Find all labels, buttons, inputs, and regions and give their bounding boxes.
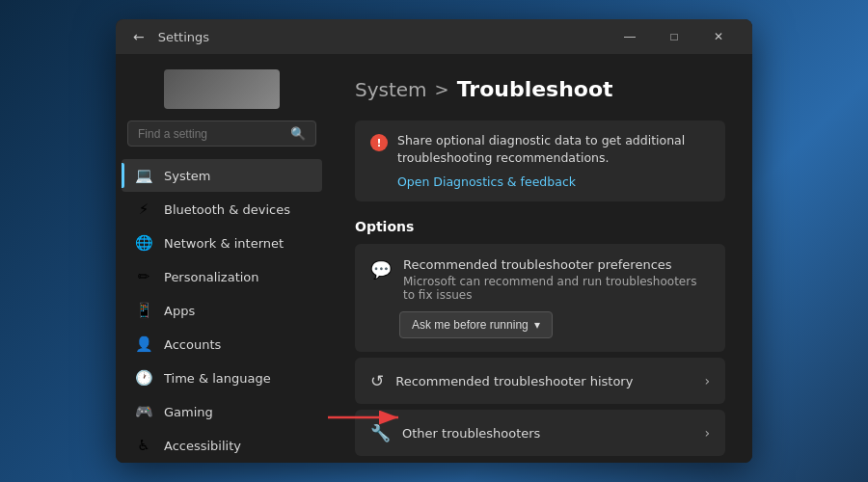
sidebar-item-gaming[interactable]: 🎮 Gaming [122,395,322,428]
sidebar-item-personalization[interactable]: ✏️ Personalization [122,260,322,293]
gaming-icon: 🎮 [135,403,152,420]
back-button[interactable]: ← [127,27,150,46]
list-item-history[interactable]: ↺ Recommended troubleshooter history › [355,358,725,404]
breadcrumb-current: Troubleshoot [457,77,613,101]
search-input[interactable] [138,127,283,141]
settings-window: ← Settings — □ ✕ 🔍 💻 System ⚡ Bluetooth … [116,19,752,463]
breadcrumb-separator: > [435,79,449,99]
sidebar-label-apps: Apps [164,304,195,318]
search-box[interactable]: 🔍 [127,120,316,147]
sidebar-item-network[interactable]: 🌐 Network & internet [122,227,322,259]
sidebar-item-apps[interactable]: 📱 Apps [122,294,322,327]
close-button[interactable]: ✕ [696,19,741,54]
options-heading: Options [355,219,725,234]
other-icon: 🔧 [370,423,391,442]
personalization-icon: ✏️ [135,268,152,285]
chevron-down-icon: ▾ [534,318,540,332]
other-label: Other troubleshooters [402,426,692,441]
network-icon: 🌐 [135,234,152,252]
system-icon: 💻 [135,167,152,184]
sidebar-label-personalization: Personalization [164,270,259,284]
search-icon: 🔍 [290,126,306,141]
history-chevron: › [704,373,710,388]
user-avatar [164,69,280,109]
minimize-button[interactable]: — [608,19,652,54]
sidebar-label-accounts: Accounts [164,337,221,352]
sidebar-item-system[interactable]: 💻 System [122,159,322,192]
breadcrumb: System > Troubleshoot [355,77,725,101]
pref-title: Recommended troubleshooter preferences [403,257,710,272]
title-bar: ← Settings — □ ✕ [116,19,752,54]
sidebar-item-accessibility[interactable]: ♿ Accessibility [122,429,322,462]
pref-icon: 💬 [370,259,392,280]
sidebar: 🔍 💻 System ⚡ Bluetooth & devices 🌐 Netwo… [116,54,328,463]
sidebar-label-accessibility: Accessibility [164,439,241,453]
sidebar-label-network: Network & internet [164,236,284,251]
sidebar-item-accounts[interactable]: 👤 Accounts [122,328,322,361]
sidebar-label-system: System [164,169,210,183]
sidebar-label-time: Time & language [164,371,271,386]
breadcrumb-system: System [355,78,427,101]
preferences-card: 💬 Recommended troubleshooter preferences… [355,244,725,352]
sidebar-label-bluetooth: Bluetooth & devices [164,202,290,217]
sidebar-item-bluetooth[interactable]: ⚡ Bluetooth & devices [122,193,322,226]
dropdown-label: Ask me before running [412,318,529,332]
bluetooth-icon: ⚡ [135,201,152,218]
history-icon: ↺ [370,371,384,390]
title-bar-left: ← Settings [127,27,608,46]
pref-text: Recommended troubleshooter preferences M… [403,257,710,302]
history-label: Recommended troubleshooter history [395,374,692,388]
diagnostics-link[interactable]: Open Diagnostics & feedback [397,174,576,189]
banner-text: Share optional diagnostic data to get ad… [397,132,710,166]
window-body: 🔍 💻 System ⚡ Bluetooth & devices 🌐 Netwo… [116,54,752,463]
pref-header: 💬 Recommended troubleshooter preferences… [370,257,710,302]
window-title: Settings [158,30,209,44]
nav-list: 💻 System ⚡ Bluetooth & devices 🌐 Network… [116,158,328,463]
list-item-other[interactable]: 🔧 Other troubleshooters › [355,410,725,456]
maximize-button[interactable]: □ [652,19,696,54]
window-controls: — □ ✕ [608,19,741,54]
info-icon: ! [370,134,388,151]
accessibility-icon: ♿ [135,437,152,454]
info-text: Share optional diagnostic data to get ad… [397,132,710,190]
sidebar-item-time[interactable]: 🕐 Time & language [122,362,322,394]
sidebar-label-gaming: Gaming [164,405,213,419]
ask-me-dropdown[interactable]: Ask me before running ▾ [399,311,553,338]
troubleshoot-list: ↺ Recommended troubleshooter history › 🔧… [355,358,725,456]
main-content: System > Troubleshoot ! Share optional d… [328,54,752,463]
accounts-icon: 👤 [135,335,152,353]
info-banner: ! Share optional diagnostic data to get … [355,120,725,201]
apps-icon: 📱 [135,302,152,319]
other-chevron: › [704,425,710,441]
pref-description: Microsoft can recommend and run troubles… [403,275,710,302]
time-icon: 🕐 [135,369,152,387]
